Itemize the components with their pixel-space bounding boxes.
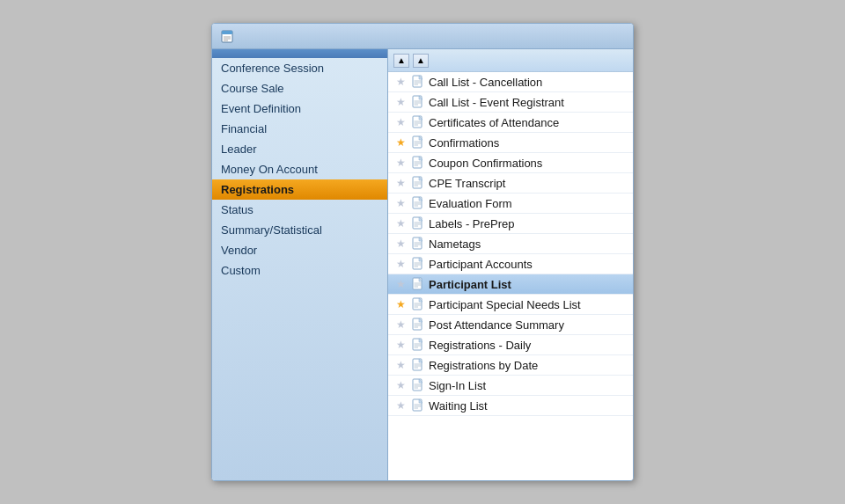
- categories-header: [212, 49, 387, 58]
- svg-rect-1: [222, 31, 232, 34]
- report-item-participant-special-needs[interactable]: ★ Participant Special Needs List: [388, 295, 633, 315]
- sidebar-item-registrations[interactable]: Registrations: [212, 179, 387, 200]
- report-item-registrations-by-date[interactable]: ★ Registrations by Date: [388, 355, 633, 376]
- report-item-labels-preprep[interactable]: ★ Labels - PrePrep: [388, 214, 633, 234]
- report-name: Nametags: [429, 237, 481, 251]
- report-item-participant-accounts[interactable]: ★ Participant Accounts: [388, 254, 633, 274]
- sort-button-1[interactable]: ▲: [393, 54, 409, 68]
- report-name: Evaluation Form: [429, 197, 512, 210]
- report-item-waiting-list[interactable]: ★ Waiting List: [388, 396, 633, 416]
- document-icon: [411, 297, 425, 311]
- title-bar: [212, 24, 633, 49]
- sidebar-item-money-on-account[interactable]: Money On Account: [212, 159, 387, 179]
- document-icon: [411, 135, 425, 150]
- report-list-header: ▲ ▲: [388, 49, 633, 72]
- report-name: Participant List: [429, 278, 511, 291]
- report-name: Sign-In List: [429, 379, 486, 392]
- report-item-evaluation-form[interactable]: ★ Evaluation Form: [388, 194, 633, 214]
- document-icon: [411, 196, 425, 210]
- sort-button-2[interactable]: ▲: [413, 54, 429, 68]
- document-icon: [411, 176, 425, 190]
- sidebar-item-course-sale[interactable]: Course Sale: [212, 78, 387, 99]
- sidebar-item-leader[interactable]: Leader: [212, 139, 387, 159]
- report-name: Confirmations: [429, 136, 499, 150]
- sidebar-item-conference-session[interactable]: Conference Session: [212, 58, 387, 78]
- star-filled-icon[interactable]: ★: [393, 297, 408, 311]
- document-icon: [411, 318, 425, 332]
- window-icon: [221, 29, 235, 43]
- star-empty-icon[interactable]: ★: [393, 338, 408, 352]
- document-icon: [411, 358, 425, 372]
- document-icon: [411, 75, 425, 89]
- document-icon: [411, 257, 425, 271]
- document-icon: [411, 277, 425, 291]
- sidebar-item-custom[interactable]: Custom: [212, 260, 387, 281]
- report-name: Certificates of Attendance: [429, 116, 559, 129]
- star-empty-icon[interactable]: ★: [393, 75, 408, 89]
- star-empty-icon[interactable]: ★: [393, 318, 408, 332]
- document-icon: [411, 237, 425, 251]
- report-item-certificates-of-attendance[interactable]: ★ Certificates of Attendance: [388, 113, 633, 133]
- report-name: Participant Accounts: [429, 258, 533, 271]
- sidebar-item-status[interactable]: Status: [212, 200, 387, 220]
- document-icon: [411, 156, 425, 170]
- document-icon: [411, 115, 425, 129]
- report-list: ★ Call List - Cancellation★ Call List - …: [388, 72, 633, 416]
- main-window: Conference SessionCourse SaleEvent Defin…: [211, 23, 634, 481]
- content-area: Conference SessionCourse SaleEvent Defin…: [212, 49, 633, 480]
- right-panel: ▲ ▲ ★ Call List - Cancellation★ Call Lis…: [388, 49, 633, 480]
- document-icon: [411, 216, 425, 230]
- star-empty-icon[interactable]: ★: [393, 398, 408, 413]
- report-item-registrations-daily[interactable]: ★ Registrations - Daily: [388, 335, 633, 355]
- star-filled-icon[interactable]: ★: [393, 135, 408, 150]
- report-item-sign-in-list[interactable]: ★ Sign-In List: [388, 376, 633, 396]
- star-empty-icon[interactable]: ★: [393, 95, 408, 109]
- report-name: Coupon Confirmations: [429, 157, 542, 170]
- report-item-coupon-confirmations[interactable]: ★ Coupon Confirmations: [388, 153, 633, 173]
- report-item-post-attendance-summary[interactable]: ★ Post Attendance Summary: [388, 315, 633, 335]
- report-item-nametags[interactable]: ★ Nametags: [388, 234, 633, 254]
- report-item-cpe-transcript[interactable]: ★ CPE Transcript: [388, 173, 633, 194]
- document-icon: [411, 95, 425, 109]
- star-empty-icon[interactable]: ★: [393, 216, 408, 230]
- star-empty-icon[interactable]: ★: [393, 257, 408, 271]
- report-name: Call List - Cancellation: [429, 76, 542, 89]
- sidebar-item-vendor[interactable]: Vendor: [212, 240, 387, 260]
- document-icon: [411, 338, 425, 352]
- left-panel: Conference SessionCourse SaleEvent Defin…: [212, 49, 388, 480]
- sidebar-item-event-definition[interactable]: Event Definition: [212, 99, 387, 119]
- star-empty-icon[interactable]: ★: [393, 277, 408, 291]
- sidebar-item-financial[interactable]: Financial: [212, 119, 387, 139]
- star-empty-icon[interactable]: ★: [393, 115, 408, 129]
- report-name: Post Attendance Summary: [429, 318, 564, 332]
- report-name: CPE Transcript: [429, 177, 505, 190]
- report-name: Participant Special Needs List: [429, 298, 581, 311]
- report-item-call-list-event-registrant[interactable]: ★ Call List - Event Registrant: [388, 92, 633, 113]
- document-icon: [411, 398, 425, 413]
- star-empty-icon[interactable]: ★: [393, 156, 408, 170]
- report-name: Call List - Event Registrant: [429, 96, 564, 109]
- report-name: Waiting List: [429, 399, 488, 413]
- report-name: Registrations - Daily: [429, 339, 531, 352]
- report-item-participant-list[interactable]: ★ Participant List: [388, 274, 633, 295]
- star-empty-icon[interactable]: ★: [393, 358, 408, 372]
- category-list: Conference SessionCourse SaleEvent Defin…: [212, 58, 387, 281]
- report-item-call-list-cancellation[interactable]: ★ Call List - Cancellation: [388, 72, 633, 92]
- report-item-confirmations[interactable]: ★ Confirmations: [388, 133, 633, 153]
- report-name: Registrations by Date: [429, 359, 538, 372]
- star-empty-icon[interactable]: ★: [393, 378, 408, 392]
- star-empty-icon[interactable]: ★: [393, 196, 408, 210]
- document-icon: [411, 378, 425, 392]
- star-empty-icon[interactable]: ★: [393, 237, 408, 251]
- star-empty-icon[interactable]: ★: [393, 176, 408, 190]
- report-name: Labels - PrePrep: [429, 217, 515, 230]
- sidebar-item-summary-statistical[interactable]: Summary/Statistical: [212, 220, 387, 240]
